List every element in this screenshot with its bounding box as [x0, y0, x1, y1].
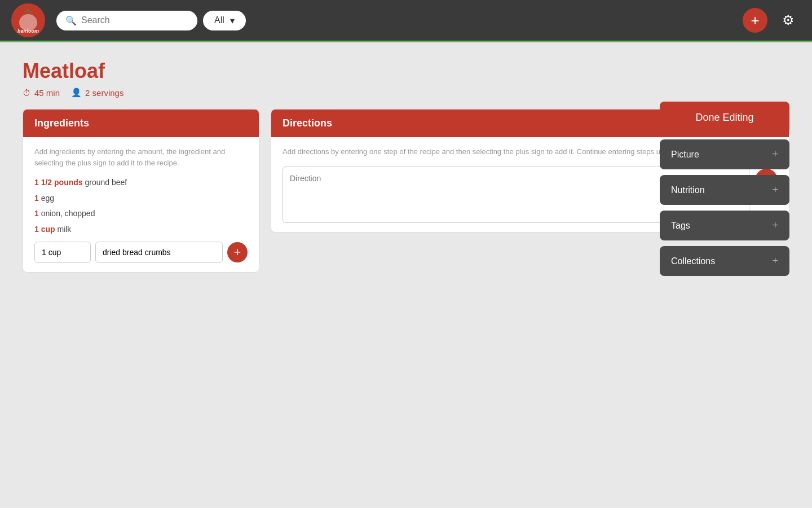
- search-icon: 🔍: [65, 15, 77, 26]
- collections-plus-icon: +: [772, 255, 778, 267]
- ingredient-amount-3: 1: [34, 209, 39, 218]
- tags-button[interactable]: Tags +: [660, 211, 789, 240]
- picture-button[interactable]: Picture +: [660, 139, 789, 169]
- ingredient-name-input[interactable]: [95, 242, 223, 263]
- settings-button[interactable]: ⚙: [776, 8, 801, 33]
- ingredient-amount-2: 1: [34, 194, 39, 203]
- picture-plus-icon: +: [772, 148, 778, 160]
- chevron-down-icon: ▾: [230, 15, 235, 26]
- ingredient-amount-1: 1 1/2 pounds: [34, 178, 83, 187]
- ingredients-header: Ingredients: [23, 110, 259, 137]
- right-sidebar: Done Editing Picture + Nutrition + Tags …: [660, 102, 789, 276]
- ingredient-amount-4: 1 cup: [34, 225, 55, 234]
- header-actions: + ⚙: [743, 8, 801, 33]
- servings-icon: 👤: [71, 87, 82, 98]
- main-content: Meatloaf ⏱ 45 min 👤 2 servings Ingredien…: [0, 42, 812, 290]
- tags-plus-icon: +: [772, 220, 778, 231]
- filter-dropdown[interactable]: All ▾: [203, 11, 246, 30]
- search-bar[interactable]: 🔍: [56, 11, 197, 30]
- collections-button[interactable]: Collections +: [660, 246, 789, 276]
- ingredient-item-4: 1 cup milk: [34, 224, 248, 235]
- ingredient-name-1: ground beef: [85, 178, 127, 187]
- ingredients-title: Ingredients: [34, 117, 89, 129]
- ingredient-name-2: egg: [41, 194, 54, 203]
- ingredient-input-row: +: [34, 242, 248, 263]
- ingredient-item-2: 1 egg: [34, 193, 248, 204]
- collections-label: Collections: [671, 256, 715, 266]
- time-label: 45 min: [34, 88, 60, 98]
- ingredient-item-3: 1 onion, chopped: [34, 208, 248, 220]
- logo[interactable]: heirloom: [11, 3, 45, 37]
- filter-label: All: [214, 15, 224, 25]
- ingredients-body: Add ingredients by entering the amount, …: [23, 137, 259, 272]
- ingredients-panel: Ingredients Add ingredients by entering …: [23, 109, 259, 273]
- tags-label: Tags: [671, 221, 690, 231]
- nutrition-button[interactable]: Nutrition +: [660, 175, 789, 205]
- clock-icon: ⏱: [23, 88, 31, 98]
- recipe-time: ⏱ 45 min: [23, 88, 60, 98]
- recipe-header: Meatloaf ⏱ 45 min 👤 2 servings: [23, 59, 789, 98]
- done-editing-button[interactable]: Done Editing: [660, 102, 789, 134]
- ingredient-item-1: 1 1/2 pounds ground beef: [34, 177, 248, 189]
- servings-label: 2 servings: [85, 88, 123, 98]
- recipe-servings: 👤 2 servings: [71, 87, 123, 98]
- recipe-title: Meatloaf: [23, 59, 789, 83]
- header: heirloom 🔍 All ▾ + ⚙: [0, 0, 812, 42]
- ingredient-name-3: onion, chopped: [41, 209, 95, 218]
- add-ingredient-button[interactable]: +: [227, 242, 248, 262]
- ingredients-hint: Add ingredients by entering the amount, …: [34, 146, 248, 168]
- ingredient-name-4: milk: [57, 225, 71, 234]
- nutrition-label: Nutrition: [671, 185, 705, 195]
- nutrition-plus-icon: +: [772, 184, 778, 196]
- ingredient-amount-input[interactable]: [34, 242, 91, 263]
- recipe-meta: ⏱ 45 min 👤 2 servings: [23, 87, 789, 98]
- search-input[interactable]: [81, 15, 188, 25]
- directions-title: Directions: [283, 117, 332, 129]
- add-button[interactable]: +: [743, 8, 767, 33]
- picture-label: Picture: [671, 150, 699, 160]
